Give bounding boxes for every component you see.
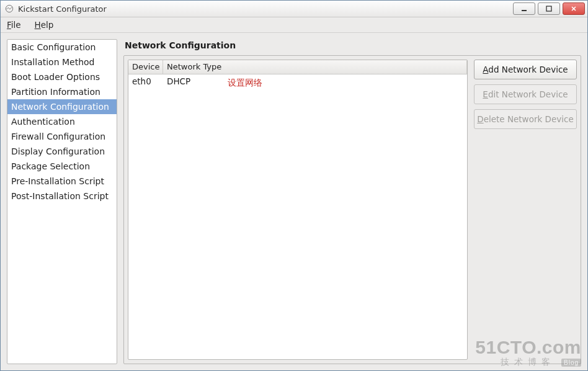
app-icon: [4, 4, 14, 14]
button-label: elete Network Device: [484, 114, 574, 124]
cell-network-type: DHCP: [163, 74, 467, 88]
minimize-button[interactable]: [513, 2, 535, 15]
maximize-button[interactable]: [538, 2, 560, 15]
sidebar-item-label: Authentication: [11, 117, 75, 127]
app-window: Kickstart Configurator File Help: [0, 0, 588, 371]
sidebar-item-label: Display Configuration: [11, 146, 105, 156]
titlebar: Kickstart Configurator: [1, 1, 587, 17]
button-mnemonic: E: [483, 89, 488, 99]
sidebar-item-basic-configuration[interactable]: Basic Configuration: [7, 40, 117, 55]
table-header: Device Network Type: [128, 60, 467, 74]
svg-rect-1: [522, 10, 527, 11]
button-label: dd Network Device: [488, 65, 568, 74]
minimize-icon: [520, 6, 528, 12]
button-mnemonic: A: [483, 65, 488, 74]
sidebar-item-pre-installation-script[interactable]: Pre-Installation Script: [7, 174, 117, 189]
cell-device: eth0: [128, 74, 163, 88]
sidebar-item-label: Network Configuration: [11, 102, 109, 112]
menu-file[interactable]: File: [4, 19, 24, 31]
menu-help[interactable]: Help: [32, 19, 56, 31]
sidebar-item-display-configuration[interactable]: Display Configuration: [7, 144, 117, 159]
sidebar-item-label: Installation Method: [11, 57, 95, 67]
sidebar-item-label: Package Selection: [11, 161, 90, 171]
sidebar-item-boot-loader-options[interactable]: Boot Loader Options: [7, 69, 117, 84]
sidebar: Basic Configuration Installation Method …: [7, 39, 117, 364]
sidebar-item-label: Basic Configuration: [11, 42, 96, 52]
sidebar-item-firewall-configuration[interactable]: Firewall Configuration: [7, 129, 117, 144]
menu-help-rest: elp: [41, 20, 54, 30]
table-body: eth0 DHCP 设置网络: [128, 74, 467, 359]
sidebar-item-partition-information[interactable]: Partition Information: [7, 84, 117, 99]
window-title: Kickstart Configurator: [18, 4, 509, 14]
column-header-network-type[interactable]: Network Type: [163, 60, 467, 74]
close-icon: [570, 6, 577, 12]
table-row[interactable]: eth0 DHCP: [128, 74, 467, 88]
button-mnemonic: D: [477, 114, 483, 124]
main-panel: Network Configuration Device Network Typ…: [123, 39, 581, 364]
window-controls: [513, 2, 585, 15]
add-network-device-button[interactable]: Add Network Device: [474, 60, 577, 79]
button-label: dit Network Device: [488, 89, 568, 99]
edit-network-device-button[interactable]: Edit Network Device: [474, 84, 577, 104]
sidebar-item-label: Pre-Installation Script: [11, 176, 104, 186]
menu-help-mnemonic: H: [35, 20, 41, 30]
sidebar-list: Basic Configuration Installation Method …: [7, 40, 117, 203]
content-area: Basic Configuration Installation Method …: [1, 33, 587, 370]
panel-title: Network Configuration: [123, 39, 581, 55]
sidebar-item-label: Firewall Configuration: [11, 132, 105, 141]
menu-file-mnemonic: F: [7, 20, 11, 30]
svg-rect-2: [546, 6, 551, 11]
sidebar-item-installation-method[interactable]: Installation Method: [7, 55, 117, 69]
maximize-icon: [545, 6, 553, 12]
sidebar-item-label: Boot Loader Options: [11, 72, 100, 82]
buttons-column: Add Network Device Edit Network Device D…: [474, 60, 577, 360]
menubar: File Help: [1, 17, 587, 33]
delete-network-device-button[interactable]: Delete Network Device: [474, 109, 577, 129]
sidebar-item-post-installation-script[interactable]: Post-Installation Script: [7, 189, 117, 203]
sidebar-item-package-selection[interactable]: Package Selection: [7, 159, 117, 174]
sidebar-item-authentication[interactable]: Authentication: [7, 114, 117, 129]
network-device-table[interactable]: Device Network Type eth0 DHCP 设置网络: [128, 60, 468, 360]
sidebar-item-label: Post-Installation Script: [11, 191, 109, 201]
menu-file-rest: ile: [11, 20, 21, 30]
close-button[interactable]: [563, 2, 585, 15]
sidebar-item-network-configuration[interactable]: Network Configuration: [7, 99, 117, 114]
sidebar-item-label: Partition Information: [11, 87, 100, 97]
column-header-device[interactable]: Device: [128, 60, 163, 74]
panel-body: Device Network Type eth0 DHCP 设置网络 Add N…: [123, 55, 581, 364]
